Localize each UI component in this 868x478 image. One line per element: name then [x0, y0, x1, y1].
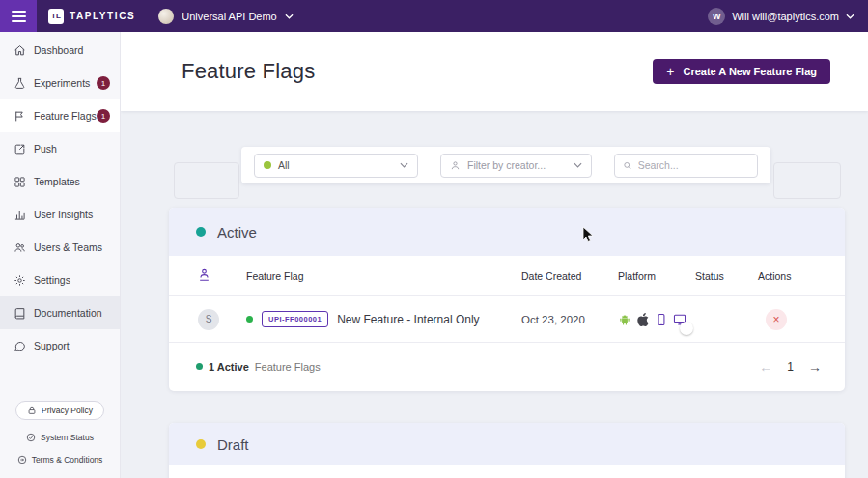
active-count-dot-icon	[196, 363, 203, 370]
date-created-cell: Oct 23, 2020	[521, 314, 618, 325]
privacy-policy-label: Privacy Policy	[42, 406, 93, 415]
creator-avatar: S	[198, 309, 219, 330]
system-status-label: System Status	[41, 433, 94, 442]
feature-flag-cell: UPI-FF000001 New Feature - Internal Only	[246, 311, 521, 327]
sidebar-item-feature-flags[interactable]: Feature Flags 1	[0, 99, 120, 132]
taplytics-logo-icon: TL	[48, 9, 64, 24]
sidebar-item-documentation[interactable]: Documentation	[0, 296, 120, 329]
column-actions: Actions	[758, 270, 826, 282]
arrow-circle-icon	[17, 455, 27, 464]
status-dot-icon	[264, 161, 271, 169]
delete-flag-button[interactable]: ×	[766, 309, 787, 330]
people-icon	[14, 241, 26, 254]
user-avatar: W	[708, 8, 725, 25]
active-table-footer: 1 Active Feature Flags ← 1 →	[169, 343, 845, 390]
actions-cell: ×	[758, 309, 826, 330]
sidebar-item-label: Dashboard	[34, 44, 83, 56]
sidebar-item-settings[interactable]: Settings	[0, 264, 120, 296]
sidebar-item-label: Settings	[34, 274, 70, 286]
pagination: ← 1 →	[759, 359, 822, 375]
person-icon	[450, 160, 461, 171]
sidebar-item-support[interactable]: Support	[0, 329, 120, 362]
sidebar-item-templates[interactable]: Templates	[0, 165, 120, 198]
active-section-header: Active	[169, 208, 845, 256]
android-icon	[618, 313, 631, 326]
draft-section-header: Draft	[169, 423, 845, 465]
home-icon	[14, 44, 26, 57]
project-avatar	[158, 9, 174, 24]
column-date-created: Date Created	[521, 270, 618, 282]
flag-icon	[14, 110, 26, 123]
search-icon	[623, 160, 632, 171]
active-count: 1 Active	[209, 361, 249, 373]
sidebar-item-push[interactable]: Push	[0, 132, 120, 165]
sidebar-item-label: Users & Teams	[34, 241, 102, 253]
templates-grid-icon	[14, 176, 26, 188]
status-check-icon	[26, 433, 36, 442]
flag-active-dot-icon	[246, 316, 253, 323]
creator-filter-dropdown[interactable]: Filter by creator...	[440, 154, 592, 178]
prev-page-arrow[interactable]: ←	[759, 359, 772, 375]
system-status-link[interactable]: System Status	[26, 433, 94, 442]
column-feature-flag: Feature Flag	[246, 270, 521, 282]
user-menu[interactable]: W Will will@taplytics.com	[708, 8, 868, 25]
column-status: Status	[695, 270, 758, 282]
sidebar: Dashboard Experiments 1 Feature Flags 1 …	[0, 32, 121, 478]
taplytics-logo-text: TAPLYTICS	[70, 11, 135, 21]
apple-icon	[636, 313, 650, 326]
table-row[interactable]: S UPI-FF000001 New Feature - Internal On…	[169, 296, 845, 343]
sidebar-item-label: Support	[34, 340, 70, 351]
topbar: TL TAPLYTICS Universal API Demo W Will w…	[0, 0, 868, 32]
search-input[interactable]	[638, 159, 749, 171]
main-area: Feature Flags + Create A New Feature Fla…	[121, 32, 868, 478]
mobile-icon	[655, 313, 668, 326]
page-content: All Filter by creator... Active	[121, 111, 868, 478]
create-feature-flag-button[interactable]: + Create A New Feature Flag	[653, 59, 830, 84]
sidebar-item-user-insights[interactable]: User Insights	[0, 198, 120, 231]
sidebar-item-dashboard[interactable]: Dashboard	[0, 34, 120, 67]
flag-name-link[interactable]: New Feature - Internal Only	[337, 313, 479, 326]
draft-status-dot-icon	[196, 439, 206, 449]
project-selector[interactable]: Universal API Demo	[158, 9, 293, 24]
active-status-dot-icon	[196, 227, 206, 237]
filter-bar: All Filter by creator...	[241, 147, 770, 183]
menu-button[interactable]	[0, 0, 37, 32]
carousel-card-left	[174, 162, 239, 199]
sidebar-item-users-teams[interactable]: Users & Teams	[0, 231, 120, 264]
chevron-down-icon	[285, 14, 294, 19]
flask-icon	[14, 77, 26, 90]
bar-chart-icon	[14, 209, 26, 221]
project-name: Universal API Demo	[182, 11, 276, 22]
draft-flags-card: Draft	[169, 423, 845, 478]
search-box	[614, 154, 758, 178]
toggle-knob	[680, 322, 693, 335]
user-name: Will will@taplytics.com	[732, 11, 839, 22]
create-button-label: Create A New Feature Flag	[683, 66, 817, 77]
creator-column-icon[interactable]	[198, 267, 246, 284]
sidebar-item-experiments[interactable]: Experiments 1	[0, 67, 120, 99]
experiments-count-badge: 1	[97, 76, 110, 90]
terms-conditions-label: Terms & Conditions	[32, 455, 103, 464]
taplytics-brand: TL TAPLYTICS	[37, 9, 151, 24]
terms-conditions-link[interactable]: Terms & Conditions	[17, 455, 103, 464]
privacy-policy-button[interactable]: Privacy Policy	[15, 401, 104, 420]
sidebar-item-label: Documentation	[34, 307, 102, 319]
chat-icon	[14, 340, 26, 352]
chevron-down-icon	[574, 162, 582, 168]
flag-id-badge: UPI-FF000001	[262, 311, 328, 327]
active-flags-card: Active Feature Flag Date Created Platfor…	[169, 208, 845, 391]
page-title: Feature Flags	[182, 59, 315, 84]
status-filter-dropdown[interactable]: All	[254, 154, 418, 178]
status-filter-value: All	[278, 159, 290, 171]
page-header: Feature Flags + Create A New Feature Fla…	[121, 32, 868, 111]
current-page: 1	[787, 360, 794, 374]
draft-section-title: Draft	[217, 436, 249, 453]
feature-flags-count-badge: 1	[97, 109, 110, 123]
column-platform: Platform	[618, 270, 695, 282]
sidebar-footer: Privacy Policy System Status Terms & Con…	[0, 389, 120, 478]
next-page-arrow[interactable]: →	[808, 359, 822, 375]
table-header: Feature Flag Date Created Platform Statu…	[169, 256, 845, 296]
lock-icon	[27, 406, 37, 415]
book-icon	[14, 307, 26, 320]
sidebar-item-label: Push	[34, 143, 57, 155]
